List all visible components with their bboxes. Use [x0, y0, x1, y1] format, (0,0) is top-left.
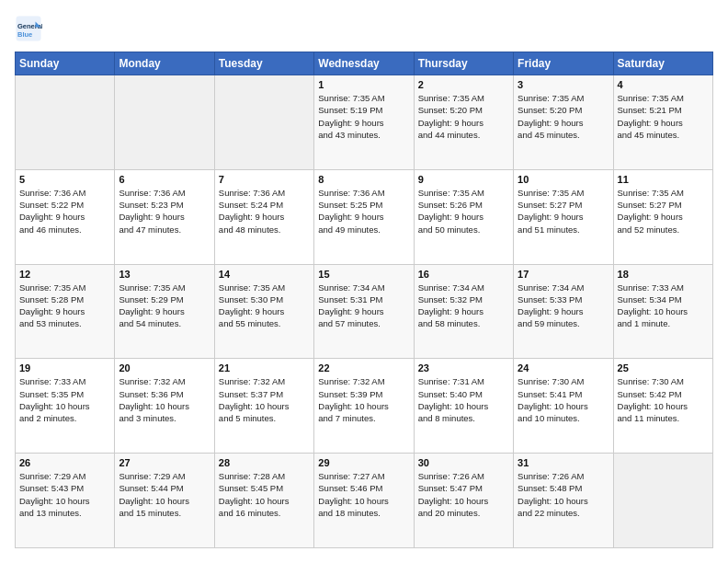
- day-header-saturday: Saturday: [613, 52, 712, 75]
- cell-content: Sunrise: 7:33 AM Sunset: 5:35 PM Dayligh…: [19, 375, 110, 424]
- calendar-cell: 31Sunrise: 7:26 AM Sunset: 5:48 PM Dayli…: [514, 454, 613, 548]
- cell-content: Sunrise: 7:32 AM Sunset: 5:37 PM Dayligh…: [219, 375, 310, 424]
- cell-content: Sunrise: 7:32 AM Sunset: 5:39 PM Dayligh…: [318, 375, 409, 424]
- calendar-cell: 8Sunrise: 7:36 AM Sunset: 5:25 PM Daylig…: [314, 169, 414, 264]
- calendar-cell: 30Sunrise: 7:26 AM Sunset: 5:47 PM Dayli…: [414, 454, 513, 548]
- cell-content: Sunrise: 7:29 AM Sunset: 5:43 PM Dayligh…: [19, 470, 110, 519]
- calendar-cell: 22Sunrise: 7:32 AM Sunset: 5:39 PM Dayli…: [314, 359, 414, 454]
- cell-date: 20: [119, 362, 210, 373]
- cell-content: Sunrise: 7:30 AM Sunset: 5:41 PM Dayligh…: [518, 375, 609, 424]
- calendar-cell: 27Sunrise: 7:29 AM Sunset: 5:44 PM Dayli…: [115, 454, 214, 548]
- cell-content: Sunrise: 7:27 AM Sunset: 5:46 PM Dayligh…: [318, 470, 409, 519]
- cell-content: Sunrise: 7:30 AM Sunset: 5:42 PM Dayligh…: [618, 375, 709, 424]
- cell-date: 27: [119, 457, 210, 468]
- cell-content: Sunrise: 7:35 AM Sunset: 5:28 PM Dayligh…: [19, 282, 110, 330]
- cell-date: 4: [618, 79, 709, 90]
- cell-content: Sunrise: 7:26 AM Sunset: 5:48 PM Dayligh…: [518, 470, 609, 519]
- day-header-friday: Friday: [514, 52, 613, 75]
- cell-content: Sunrise: 7:36 AM Sunset: 5:24 PM Dayligh…: [219, 187, 310, 236]
- cell-content: Sunrise: 7:26 AM Sunset: 5:47 PM Dayligh…: [418, 470, 509, 519]
- cell-date: 28: [219, 457, 310, 468]
- cell-date: 6: [119, 174, 210, 185]
- week-row-2: 12Sunrise: 7:35 AM Sunset: 5:28 PM Dayli…: [16, 264, 713, 359]
- cell-date: 15: [318, 269, 409, 280]
- day-header-thursday: Thursday: [414, 52, 513, 75]
- day-header-monday: Monday: [115, 52, 214, 75]
- calendar-cell: 7Sunrise: 7:36 AM Sunset: 5:24 PM Daylig…: [214, 169, 313, 264]
- cell-date: 10: [518, 174, 609, 185]
- calendar-cell: 10Sunrise: 7:35 AM Sunset: 5:27 PM Dayli…: [514, 169, 613, 264]
- calendar-cell: [16, 75, 115, 170]
- day-header-sunday: Sunday: [16, 52, 115, 75]
- week-row-3: 19Sunrise: 7:33 AM Sunset: 5:35 PM Dayli…: [16, 359, 713, 454]
- cell-date: 3: [518, 79, 609, 90]
- calendar-cell: 20Sunrise: 7:32 AM Sunset: 5:36 PM Dayli…: [115, 359, 214, 454]
- cell-date: 25: [618, 362, 709, 373]
- header: General Blue: [15, 15, 713, 42]
- cell-content: Sunrise: 7:29 AM Sunset: 5:44 PM Dayligh…: [119, 470, 210, 519]
- calendar-table: SundayMondayTuesdayWednesdayThursdayFrid…: [15, 52, 713, 548]
- cell-date: 18: [618, 269, 709, 280]
- cell-content: Sunrise: 7:32 AM Sunset: 5:36 PM Dayligh…: [119, 375, 210, 424]
- calendar-cell: 17Sunrise: 7:34 AM Sunset: 5:33 PM Dayli…: [514, 264, 613, 359]
- calendar-cell: 3Sunrise: 7:35 AM Sunset: 5:20 PM Daylig…: [514, 75, 613, 170]
- cell-date: 5: [19, 174, 110, 185]
- cell-date: 26: [19, 457, 110, 468]
- cell-date: 31: [518, 457, 609, 468]
- calendar-cell: 25Sunrise: 7:30 AM Sunset: 5:42 PM Dayli…: [613, 359, 712, 454]
- cell-date: 13: [119, 269, 210, 280]
- cell-content: Sunrise: 7:35 AM Sunset: 5:29 PM Dayligh…: [119, 282, 210, 330]
- calendar-cell: 2Sunrise: 7:35 AM Sunset: 5:20 PM Daylig…: [414, 75, 513, 170]
- cell-date: 14: [219, 269, 310, 280]
- logo-icon: General Blue: [15, 15, 42, 42]
- calendar-header-row: SundayMondayTuesdayWednesdayThursdayFrid…: [16, 52, 713, 75]
- cell-date: 8: [318, 174, 409, 185]
- cell-content: Sunrise: 7:35 AM Sunset: 5:20 PM Dayligh…: [418, 92, 509, 141]
- cell-content: Sunrise: 7:34 AM Sunset: 5:31 PM Dayligh…: [318, 282, 409, 330]
- calendar-cell: 24Sunrise: 7:30 AM Sunset: 5:41 PM Dayli…: [514, 359, 613, 454]
- cell-date: 29: [318, 457, 409, 468]
- week-row-1: 5Sunrise: 7:36 AM Sunset: 5:22 PM Daylig…: [16, 169, 713, 264]
- calendar-cell: 12Sunrise: 7:35 AM Sunset: 5:28 PM Dayli…: [16, 264, 115, 359]
- cell-date: 17: [518, 269, 609, 280]
- cell-content: Sunrise: 7:34 AM Sunset: 5:33 PM Dayligh…: [518, 282, 609, 330]
- day-header-wednesday: Wednesday: [314, 52, 414, 75]
- cell-date: 24: [518, 362, 609, 373]
- cell-content: Sunrise: 7:35 AM Sunset: 5:20 PM Dayligh…: [518, 92, 609, 141]
- cell-content: Sunrise: 7:35 AM Sunset: 5:19 PM Dayligh…: [318, 92, 409, 141]
- cell-date: 21: [219, 362, 310, 373]
- page: General Blue SundayMondayTuesdayWednesda…: [0, 0, 728, 563]
- cell-content: Sunrise: 7:36 AM Sunset: 5:25 PM Dayligh…: [318, 187, 409, 236]
- cell-date: 30: [418, 457, 509, 468]
- calendar-cell: 16Sunrise: 7:34 AM Sunset: 5:32 PM Dayli…: [414, 264, 513, 359]
- day-header-tuesday: Tuesday: [214, 52, 313, 75]
- calendar-cell: 6Sunrise: 7:36 AM Sunset: 5:23 PM Daylig…: [115, 169, 214, 264]
- cell-date: 12: [19, 269, 110, 280]
- calendar-cell: 1Sunrise: 7:35 AM Sunset: 5:19 PM Daylig…: [314, 75, 414, 170]
- calendar-cell: [214, 75, 313, 170]
- cell-content: Sunrise: 7:35 AM Sunset: 5:27 PM Dayligh…: [518, 187, 609, 236]
- calendar-cell: [115, 75, 214, 170]
- cell-date: 7: [219, 174, 310, 185]
- calendar-cell: 19Sunrise: 7:33 AM Sunset: 5:35 PM Dayli…: [16, 359, 115, 454]
- calendar-cell: 18Sunrise: 7:33 AM Sunset: 5:34 PM Dayli…: [613, 264, 712, 359]
- calendar-cell: 5Sunrise: 7:36 AM Sunset: 5:22 PM Daylig…: [16, 169, 115, 264]
- calendar-cell: 23Sunrise: 7:31 AM Sunset: 5:40 PM Dayli…: [414, 359, 513, 454]
- cell-content: Sunrise: 7:35 AM Sunset: 5:21 PM Dayligh…: [618, 92, 709, 141]
- cell-content: Sunrise: 7:34 AM Sunset: 5:32 PM Dayligh…: [418, 282, 509, 330]
- cell-date: 19: [19, 362, 110, 373]
- cell-date: 16: [418, 269, 509, 280]
- cell-content: Sunrise: 7:28 AM Sunset: 5:45 PM Dayligh…: [219, 470, 310, 519]
- calendar-cell: 29Sunrise: 7:27 AM Sunset: 5:46 PM Dayli…: [314, 454, 414, 548]
- cell-content: Sunrise: 7:36 AM Sunset: 5:22 PM Dayligh…: [19, 187, 110, 236]
- week-row-4: 26Sunrise: 7:29 AM Sunset: 5:43 PM Dayli…: [16, 454, 713, 548]
- cell-content: Sunrise: 7:35 AM Sunset: 5:27 PM Dayligh…: [618, 187, 709, 236]
- logo: General Blue: [15, 15, 46, 42]
- calendar-cell: 15Sunrise: 7:34 AM Sunset: 5:31 PM Dayli…: [314, 264, 414, 359]
- calendar-cell: 11Sunrise: 7:35 AM Sunset: 5:27 PM Dayli…: [613, 169, 712, 264]
- calendar-cell: 9Sunrise: 7:35 AM Sunset: 5:26 PM Daylig…: [414, 169, 513, 264]
- calendar-cell: 21Sunrise: 7:32 AM Sunset: 5:37 PM Dayli…: [214, 359, 313, 454]
- calendar-cell: 13Sunrise: 7:35 AM Sunset: 5:29 PM Dayli…: [115, 264, 214, 359]
- svg-text:Blue: Blue: [17, 30, 32, 39]
- cell-date: 9: [418, 174, 509, 185]
